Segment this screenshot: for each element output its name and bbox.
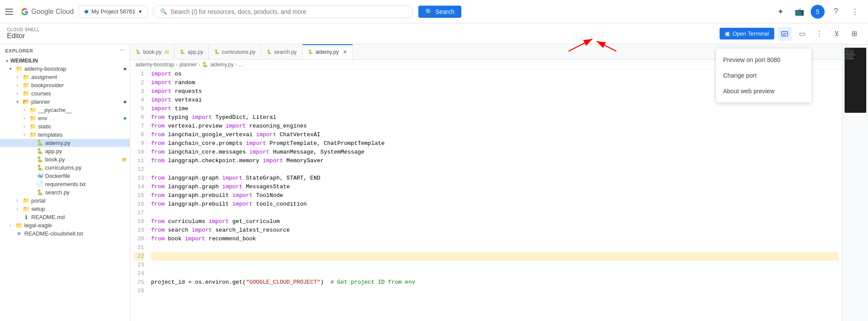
folder-icon: 📁 [23,82,30,88]
sidebar-item-portal[interactable]: › 📁 portal [0,197,130,205]
breadcrumb-part: 🐍 [202,62,208,68]
sidebar-item-setup[interactable]: › 📁 setup [0,205,130,213]
terminal-icon: ▣ [725,30,730,37]
sidebar: EXPLORER ⋯ ▾ WEIMEILIN ▾ 📁 aidemy-boostr… [0,44,130,321]
folder-icon: 📁 [30,123,36,130]
file-label: Dockerfile [45,173,130,179]
python-file-icon: 🐍 [36,164,43,171]
docker-file-icon: 🐳 [36,173,43,179]
search-bar-container: 🔍 [153,5,413,18]
hamburger-menu[interactable] [5,7,16,17]
sidebar-item-templates[interactable]: › 📁 templates [0,131,130,139]
folder-icon: 📁 [30,107,36,113]
chevron-down-icon: ▾ [139,8,142,15]
folder-label: env [38,115,124,121]
sidebar-item-readme[interactable]: ℹ README.md [0,213,130,221]
sidebar-item-bookprovider[interactable]: › 📁 bookprovider [0,81,130,89]
editor-title: Editor [7,32,39,40]
code-line: from langchain_core.messages import Huma… [151,148,838,157]
sidebar-item-curriculums-py[interactable]: 🐍 curriculums.py [0,164,130,172]
sidebar-item-app-py[interactable]: 🐍 app.py [0,147,130,155]
sidebar-item-courses[interactable]: › 📁 courses [0,89,130,98]
open-terminal-label: Open Terminal [733,30,769,37]
sidebar-item-legal-eagle[interactable]: › 📁 legal-eagle [0,221,130,229]
folder-label: legal-eagle [24,222,130,229]
sparkle-icon[interactable]: ✦ [773,4,788,20]
tab-aidemy-py[interactable]: 🐍 aidemy.py ✕ [302,44,353,60]
tab-search-py[interactable]: 🐍 search.py [261,44,302,60]
tab-app-py[interactable]: 🐍 app.py [174,44,209,60]
python-file-icon: 🐍 [36,189,43,196]
sidebar-item-requirements[interactable]: 📄 requirements.txt [0,180,130,188]
chevron-down-icon: ▾ [3,59,10,63]
project-selector[interactable]: My Project 58761 ▾ [79,5,148,18]
folder-icon: 📁 [23,206,30,212]
tab-label: book.py [143,49,161,55]
cast-icon[interactable]: 📺 [792,4,807,20]
sidebar-item-search-py[interactable]: 🐍 search.py [0,188,130,197]
code-line: from langchain_core.prompts import Promp… [151,139,838,148]
explorer-label: EXPLORER [5,48,33,53]
tab-book-py[interactable]: 🐍 book.py M [130,44,174,60]
sidebar-item-root[interactable]: ▾ WEIMEILIN [0,57,130,65]
folder-icon: 📁 [16,66,23,72]
code-line [151,243,838,252]
minimize-button[interactable]: ⊻ [830,27,844,41]
chevron-right-icon: › [14,91,21,96]
code-line: from search import search_latest_resourc… [151,226,838,235]
file-label: search.py [45,189,130,196]
code-line: from langgraph.checkpoint.memory import … [151,157,838,165]
sidebar-item-pycache[interactable]: › 📁 __pycache__ [0,106,130,114]
change-port-item[interactable]: Change port [716,68,812,83]
sidebar-item-readme-cloudshell[interactable]: ≡ README-cloudshell.txt [0,229,130,238]
explorer-header: EXPLORER ⋯ [0,44,130,57]
split-editor-button[interactable]: ▭ [795,27,809,41]
tab-close-button[interactable]: ✕ [343,49,347,55]
code-line: import time [151,105,838,113]
python-file-icon: 🐍 [36,156,43,163]
right-panel: import os import random import requests … [842,44,868,321]
search-button[interactable]: 🔍 Search [418,6,461,18]
more-options-icon[interactable]: ⋮ [847,4,863,20]
sidebar-item-aidemy-boostrap[interactable]: ▾ 📁 aidemy-boostrap [0,65,130,73]
file-label: README.md [31,214,130,220]
sidebar-item-static[interactable]: › 📁 static [0,122,130,131]
chevron-right-icon: › [21,124,28,129]
folder-icon: 📁 [23,197,30,204]
more-actions-button[interactable]: ⋮ [812,27,826,41]
file-label: aidemy.py [45,140,130,146]
open-terminal-button[interactable]: ▣ Open Terminal [720,28,774,39]
code-line: from langgraph.graph import StateGraph, … [151,174,838,183]
sidebar-item-assigment[interactable]: › 📁 assigment [0,73,130,81]
preview-on-port-8080[interactable]: Preview on port 8080 [716,52,812,68]
project-dot [85,10,88,13]
sidebar-more-icon[interactable]: ⋯ [120,48,125,53]
breadcrumb-separator: › [198,62,200,68]
maximize-button[interactable]: ⊞ [847,27,861,41]
breadcrumb-part: aidemy-boostrap [135,62,174,68]
sidebar-item-aidemy-py[interactable]: 🐍 aidemy.py [0,139,130,147]
tab-label: aidemy.py [316,49,339,55]
python-icon: 🐍 [135,49,141,54]
folder-label: portal [31,197,130,204]
breadcrumb-separator: › [235,62,237,68]
root-folder-label: WEIMEILIN [10,58,130,64]
folder-label: bookprovider [31,82,130,88]
chevron-down-icon: ▾ [14,99,21,104]
shell-header: CLOUD SHELL Editor ▣ Open Terminal ▭ ⋮ ⊻… [0,23,868,44]
sidebar-item-env[interactable]: › 📁 env [0,114,130,122]
tab-curriculums-py[interactable]: 🐍 curriculums.py [209,44,261,60]
search-input[interactable] [171,8,406,15]
sidebar-item-book-py[interactable]: 🐍 book.py M [0,155,130,164]
user-avatar[interactable]: 5 [811,5,825,19]
chevron-right-icon: › [21,116,28,121]
sidebar-item-planner[interactable]: ▾ 📂 planner [0,98,130,106]
about-web-preview-item[interactable]: About web preview [716,83,812,99]
code-editor[interactable]: 12345 678910 1112131415 1617181920 21222… [130,70,842,321]
help-icon[interactable]: ? [828,4,844,20]
code-line [151,209,838,217]
code-content[interactable]: import os import random import requests … [148,70,842,321]
code-line: project_id = os.environ.get("GOOGLE_CLOU… [151,278,838,287]
web-preview-button[interactable] [778,27,792,41]
sidebar-item-dockerfile[interactable]: 🐳 Dockerfile [0,172,130,180]
